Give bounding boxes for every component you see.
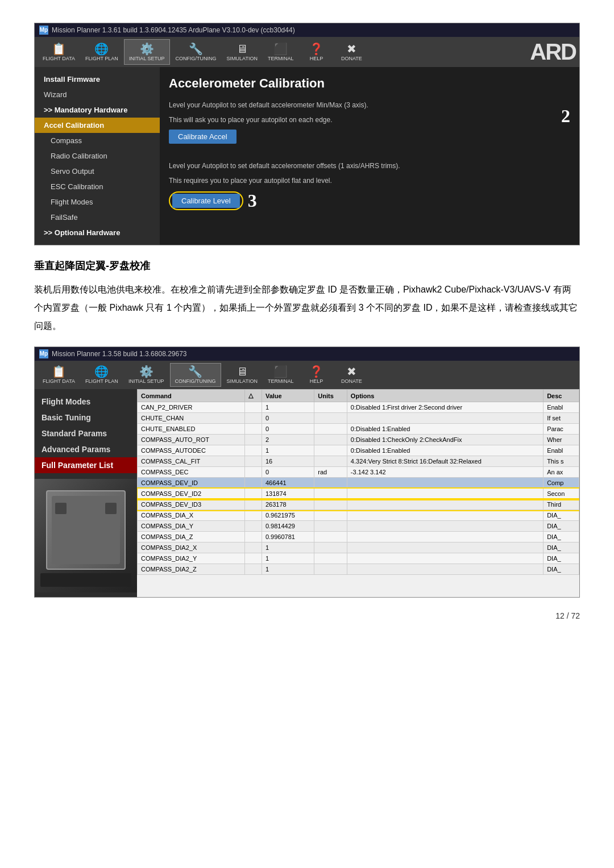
section-heading: 垂直起降固定翼-罗盘校准 <box>34 259 580 273</box>
cell-delta <box>245 564 262 575</box>
sidebar-1: Install Firmware Wizard >> Mandatory Har… <box>35 67 160 245</box>
table-row[interactable]: COMPASS_DIA2_Z1DIA_ <box>138 564 579 575</box>
cell-command: COMPASS_DEV_ID3 <box>138 499 245 510</box>
sidebar-wizard[interactable]: Wizard <box>35 87 160 102</box>
tb-donate[interactable]: ✖ DONATE <box>334 39 368 65</box>
tb2-initial-setup-label: INITIAL SETUP <box>128 378 164 384</box>
flight-data-icon: 📋 <box>52 43 66 55</box>
cell-units: rad <box>314 467 347 478</box>
sidebar2-flight-modes[interactable]: Flight Modes <box>35 394 137 410</box>
tb2-flight-plan[interactable]: 🌐 FLIGHT PLAN <box>81 363 123 387</box>
content-title-1: Accelerometer Calibration <box>169 76 570 91</box>
tb2-simulation[interactable]: 🖥 SIMULATION <box>222 363 262 387</box>
table-row[interactable]: CAN_P2_DRIVER10:Disabled 1:First driver … <box>138 402 579 413</box>
tb-flight-plan-label: FLIGHT PLAN <box>85 56 118 61</box>
sidebar-radio-calibration[interactable]: Radio Calibration <box>35 148 160 164</box>
cell-delta <box>245 489 262 499</box>
cell-desc: Secon <box>544 489 579 499</box>
cell-desc: Enabl <box>544 445 579 456</box>
table-row[interactable]: COMPASS_DEV_ID3263178Third <box>138 499 579 510</box>
sidebar-esc-calibration[interactable]: ESC Calibration <box>35 179 160 194</box>
cell-delta <box>245 456 262 467</box>
table-row[interactable]: COMPASS_DIA_Z0.9960781DIA_ <box>138 532 579 542</box>
sidebar-flight-modes[interactable]: Flight Modes <box>35 194 160 210</box>
cell-delta <box>245 510 262 521</box>
sidebar-install-firmware[interactable]: Install Firmware <box>35 72 160 87</box>
table-row[interactable]: COMPASS_AUTODEC10:Disabled 1:EnabledEnab… <box>138 445 579 456</box>
title-bar-1: Mp Mission Planner 1.3.61 build 1.3.6904… <box>35 23 579 37</box>
table-row[interactable]: CHUTE_CHAN0If set <box>138 413 579 424</box>
calibrate-level-oval: Calibrate Level <box>169 191 243 210</box>
sidebar-accel-calibration[interactable]: Accel Calibration <box>35 118 160 133</box>
table-row[interactable]: COMPASS_DEV_ID466441Comp <box>138 478 579 489</box>
cell-options: 4.324:Very Strict 8:Strict 16:Default 32… <box>347 456 543 467</box>
cell-command: COMPASS_DEC <box>138 467 245 478</box>
cell-delta <box>245 553 262 564</box>
sidebar2-full-param-list[interactable]: Full Parameter List <box>35 457 137 473</box>
sidebar-compass[interactable]: Compass <box>35 133 160 148</box>
table-row[interactable]: CHUTE_ENABLED00:Disabled 1:EnabledParac <box>138 424 579 435</box>
sidebar-failsafe[interactable]: FailSafe <box>35 210 160 225</box>
toolbar-2: 📋 FLIGHT DATA 🌐 FLIGHT PLAN ⚙️ INITIAL S… <box>35 361 579 389</box>
cell-desc: DIA_ <box>544 553 579 564</box>
cell-command: COMPASS_DIA2_X <box>138 542 245 553</box>
col-command: Command <box>138 390 245 402</box>
table-row[interactable]: COMPASS_AUTO_ROT20:Disabled 1:CheckOnly … <box>138 435 579 445</box>
tb2-donate[interactable]: ✖ DONATE <box>334 363 368 387</box>
cell-value: 0 <box>262 424 314 435</box>
cell-options <box>347 499 543 510</box>
table-row[interactable]: COMPASS_DIA_Y0.9814429DIA_ <box>138 521 579 532</box>
table-row[interactable]: COMPASS_CAL_FIT164.324:Very Strict 8:Str… <box>138 456 579 467</box>
help-icon: ❓ <box>309 43 323 55</box>
cell-units <box>314 532 347 542</box>
cell-value: 16 <box>262 456 314 467</box>
tb2-help-icon: ❓ <box>309 366 323 377</box>
tb-flight-plan[interactable]: 🌐 FLIGHT PLAN <box>81 39 123 65</box>
table-row[interactable]: COMPASS_DEC0rad-3.142 3.142An ax <box>138 467 579 478</box>
cell-command: COMPASS_DIA2_Z <box>138 564 245 575</box>
sidebar-optional-hardware[interactable]: >> Optional Hardware <box>35 225 160 240</box>
tb2-terminal-label: TERMINAL <box>268 378 294 384</box>
tb2-simulation-icon: 🖥 <box>237 366 248 377</box>
tb-config-tuning[interactable]: 🔧 CONFIG/TUNING <box>171 39 221 65</box>
cell-options: 0:Disabled 1:CheckOnly 2:CheckAndFix <box>347 435 543 445</box>
cell-command: COMPASS_DEV_ID <box>138 478 245 489</box>
cell-value: 131874 <box>262 489 314 499</box>
main-content-2: Flight Modes Basic Tuning Standard Param… <box>35 389 579 597</box>
tb-initial-setup[interactable]: ⚙️ INITIAL SETUP <box>124 39 170 65</box>
calibrate-level-button[interactable]: Calibrate Level <box>172 194 240 208</box>
sidebar2-basic-tuning[interactable]: Basic Tuning <box>35 410 137 425</box>
tb2-initial-setup[interactable]: ⚙️ INITIAL SETUP <box>124 363 169 387</box>
cell-desc: DIA_ <box>544 532 579 542</box>
sidebar2-standard-params[interactable]: Standard Params <box>35 425 137 441</box>
body-text: 装机后用数传以电池供电来校准。在校准之前请先进到全部参数确定罗盘 ID 是否数量… <box>34 281 580 335</box>
tb-flight-data[interactable]: 📋 FLIGHT DATA <box>38 39 80 65</box>
table-row[interactable]: COMPASS_DIA_X0.9621975DIA_ <box>138 510 579 521</box>
tb-simulation-label: SIMULATION <box>227 56 258 61</box>
cell-options <box>347 413 543 424</box>
cell-units <box>314 413 347 424</box>
tb-simulation[interactable]: 🖥 SIMULATION <box>222 39 262 65</box>
tb2-donate-icon: ✖ <box>347 366 356 377</box>
sidebar-servo-output[interactable]: Servo Output <box>35 164 160 179</box>
sidebar2-advanced-params[interactable]: Advanced Params <box>35 441 137 457</box>
table-row[interactable]: COMPASS_DEV_ID2131874Secon <box>138 489 579 499</box>
cell-options: -3.142 3.142 <box>347 467 543 478</box>
tb2-terminal[interactable]: ⬛ TERMINAL <box>263 363 298 387</box>
tb2-config-tuning[interactable]: 🔧 CONFIG/TUNING <box>170 363 221 387</box>
cell-command: COMPASS_DIA_Y <box>138 521 245 532</box>
tb-terminal-label: TERMINAL <box>268 56 294 61</box>
tb2-help[interactable]: ❓ HELP <box>299 363 333 387</box>
calibrate-accel-button[interactable]: Calibrate Accel <box>169 130 237 144</box>
tb2-initial-setup-icon: ⚙️ <box>139 366 154 377</box>
cell-options <box>347 553 543 564</box>
tb-help[interactable]: ❓ HELP <box>299 39 333 65</box>
table-row[interactable]: COMPASS_DIA2_Y1DIA_ <box>138 553 579 564</box>
tb2-flight-data[interactable]: 📋 FLIGHT DATA <box>38 363 80 387</box>
cell-options: 0:Disabled 1:Enabled <box>347 424 543 435</box>
tb-terminal[interactable]: ⬛ TERMINAL <box>263 39 298 65</box>
sidebar-mandatory-hardware[interactable]: >> Mandatory Hardware <box>35 102 160 118</box>
cell-desc: Comp <box>544 478 579 489</box>
table-row[interactable]: COMPASS_DIA2_X1DIA_ <box>138 542 579 553</box>
cell-desc: DIA_ <box>544 564 579 575</box>
